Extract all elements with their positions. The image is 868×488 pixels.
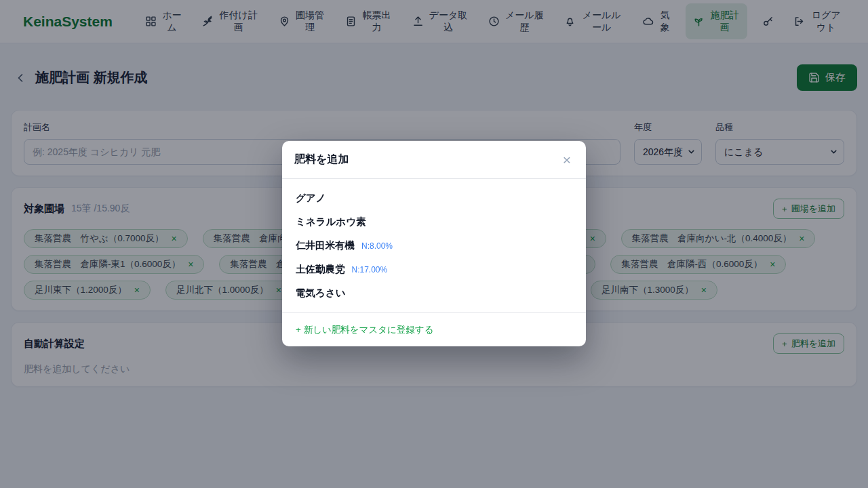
fertilizer-list-item[interactable]: グアノ (282, 186, 586, 210)
fertilizer-n-value: N:8.00% (361, 241, 393, 251)
close-icon[interactable]: × (560, 152, 574, 167)
fertilizer-list: グアノ ミネラルホウ素 仁井田米有機 N:8.00% 土佐勤農党 N:17.00… (282, 179, 586, 312)
fertilizer-n-value: N:17.00% (352, 265, 388, 274)
fertilizer-name: 仁井田米有機 (296, 239, 355, 252)
fertilizer-name: ミネラルホウ素 (296, 216, 366, 228)
add-fertilizer-modal: 肥料を追加 × グアノ ミネラルホウ素 仁井田米有機 N:8.00% 土佐勤農党… (282, 141, 586, 346)
register-new-fertilizer-link[interactable]: + 新しい肥料をマスタに登録する (296, 325, 433, 335)
fertilizer-list-item[interactable]: 仁井田米有機 N:8.00% (282, 234, 586, 258)
fertilizer-name: 土佐勤農党 (296, 263, 345, 276)
fertilizer-name: グアノ (296, 192, 326, 205)
fertilizer-name: 電気ろさい (296, 287, 346, 300)
modal-title: 肥料を追加 (294, 152, 349, 167)
fertilizer-list-item[interactable]: 電気ろさい (282, 281, 586, 305)
fertilizer-list-item[interactable]: ミネラルホウ素 (282, 210, 586, 234)
fertilizer-list-item[interactable]: 土佐勤農党 N:17.00% (282, 258, 586, 281)
modal-footer: + 新しい肥料をマスタに登録する (282, 312, 586, 346)
